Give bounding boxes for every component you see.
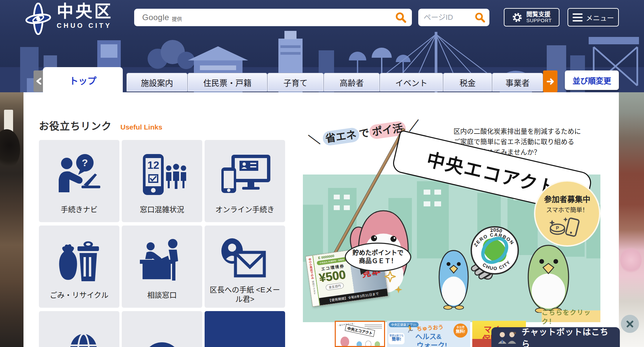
useful-links-header: お役立ちリンク Useful Links bbox=[39, 118, 162, 133]
tab-label: 事業者 bbox=[505, 77, 530, 88]
card-counter-congestion[interactable]: 12 窓口混雑状況 bbox=[122, 140, 202, 222]
easy-prefix: 登録は誰でも bbox=[389, 334, 404, 337]
page-id-search bbox=[418, 9, 489, 26]
tab-label: 住民票・戸籍 bbox=[203, 77, 252, 88]
points-speech-bubble: 貯めたポイントで 商品ＧＥＴ！ bbox=[345, 243, 411, 271]
tagline-open: ＼ bbox=[308, 133, 321, 147]
menu-button[interactable]: メニュー bbox=[568, 8, 619, 27]
tab-seniors[interactable]: 高齢者 bbox=[324, 73, 379, 91]
card-label: 窓口混雑状況 bbox=[122, 205, 202, 215]
click-here-label[interactable]: こちらをクリック！ bbox=[542, 310, 600, 322]
site-title: 中央区 bbox=[57, 3, 113, 20]
carousel-item-eco-act[interactable]: ＼省エネでポイ活／ 中央エコアクト bbox=[335, 321, 385, 347]
tab-top[interactable]: トップ bbox=[43, 67, 123, 93]
page-id-search-icon[interactable] bbox=[475, 12, 485, 23]
operators-icon bbox=[497, 331, 518, 344]
disc-icon bbox=[137, 324, 187, 347]
card-mail-to-mayor[interactable]: 区長への手紙 <Eメール君> bbox=[205, 226, 285, 308]
site-header: 中央区 CHUO CITY Google 提供 bbox=[0, 0, 644, 92]
chatbot-button[interactable]: チャットボットはこちら bbox=[491, 327, 620, 347]
bubble-line2: 商品ＧＥＴ！ bbox=[359, 257, 397, 265]
menu-label: メニュー bbox=[586, 12, 614, 22]
free-prefix: 参加費 bbox=[457, 326, 465, 329]
left-background-photo bbox=[0, 92, 23, 347]
world-globe-icon bbox=[54, 324, 104, 347]
card-label: 区長への手紙 <Eメール君> bbox=[205, 285, 285, 304]
click-here-text: こちらをクリック！ bbox=[542, 307, 600, 326]
tab-events[interactable]: イベント bbox=[380, 73, 443, 91]
search-icon[interactable] bbox=[395, 12, 407, 23]
card-partial-navy[interactable] bbox=[205, 311, 285, 347]
chatbot-label: チャットボットはこちら bbox=[522, 325, 614, 347]
tabs-prev-arrow[interactable] bbox=[34, 70, 44, 92]
recruiting-badge: 参加者募集中 スマホで簡単！ P bbox=[534, 180, 600, 247]
tagline-energy: 省エネ bbox=[322, 127, 360, 146]
tab-label: 税金 bbox=[460, 77, 476, 88]
card-label: ごみ・リサイクル bbox=[39, 291, 119, 300]
description-line: 区内の二酸化炭素排出量を削減するために bbox=[453, 127, 581, 137]
gear-icon bbox=[512, 12, 523, 23]
left-arrow-icon bbox=[36, 78, 41, 85]
carousel-item-health-walk[interactable]: 中央区健康アプリ! 🏃 ちゅうおう ヘルス& ウォーク! 参加費無料! 登録は誰… bbox=[387, 321, 470, 347]
support-label-en: SUPPORT bbox=[526, 18, 552, 23]
search-provider-suffix: 提供 bbox=[172, 15, 182, 22]
tab-label: イベント bbox=[395, 77, 428, 88]
page-root: 中央区 CHUO CITY Google 提供 bbox=[0, 0, 644, 347]
card-partial-disc[interactable] bbox=[122, 311, 202, 347]
tab-label: 子育て bbox=[283, 77, 308, 88]
accessibility-support-button[interactable]: 閲覧支援 SUPPORT bbox=[504, 8, 559, 27]
sort-order-label: 並び順変更 bbox=[573, 75, 611, 86]
page-id-input[interactable] bbox=[424, 13, 464, 22]
site-search-input[interactable]: Google 提供 bbox=[134, 9, 412, 26]
hamburger-icon bbox=[573, 13, 583, 21]
runner-icon: 🏃 bbox=[406, 325, 414, 333]
eco-act-campaign-banner[interactable]: ＼ 省エネでポイ活 ／ 区内の二酸化炭素排出量を削減するために ご家庭で簡単に省… bbox=[302, 119, 604, 337]
site-logo[interactable]: 中央区 CHUO CITY bbox=[25, 3, 113, 35]
card-consultation[interactable]: 相談窓口 bbox=[122, 226, 202, 308]
tab-label: 施設案内 bbox=[141, 77, 173, 88]
tab-facilities[interactable]: 施設案内 bbox=[127, 73, 187, 91]
point-coin-phone-icon: P bbox=[549, 216, 586, 237]
free-big: 無料! bbox=[456, 329, 465, 334]
useful-links-title: お役立ちリンク bbox=[39, 118, 112, 133]
svg-text:?: ? bbox=[82, 157, 88, 168]
free-badge: 参加費無料! bbox=[453, 324, 468, 338]
search-provider-label: Google bbox=[142, 13, 169, 22]
tab-label: トップ bbox=[69, 74, 97, 87]
tagline-close: ／ bbox=[408, 119, 421, 133]
card-partial-globe[interactable] bbox=[39, 311, 119, 347]
support-label-jp: 閲覧支援 bbox=[526, 11, 552, 18]
health-title-main2: ウォーク! bbox=[417, 340, 447, 347]
zero-carbon-lightbulb-logo: 2050 ZERO CARBON CHUO CITY bbox=[468, 225, 520, 297]
card-online-procedure[interactable]: オンライン手続き bbox=[205, 140, 285, 222]
tabs-next-arrow[interactable] bbox=[543, 70, 557, 92]
easy-big: 簡単! bbox=[392, 337, 401, 342]
tagline-mid: で bbox=[358, 127, 370, 140]
useful-links-grid: ? 手続きナビ 12 bbox=[39, 140, 288, 347]
garbage-recycle-icon bbox=[54, 238, 104, 283]
online-procedure-icon bbox=[218, 153, 272, 196]
right-arrow-icon bbox=[547, 78, 554, 85]
right-background-photo bbox=[619, 92, 644, 347]
tab-childcare[interactable]: 子育て bbox=[268, 73, 323, 91]
sort-order-button[interactable]: 並び順変更 bbox=[565, 70, 619, 90]
description-line: ご家庭で簡単に省エネ活動に取り組める bbox=[453, 137, 581, 147]
tab-resident-registry[interactable]: 住民票・戸籍 bbox=[188, 73, 267, 91]
card-procedure-navi[interactable]: ? 手続きナビ bbox=[39, 140, 119, 222]
svg-text:12: 12 bbox=[147, 159, 159, 171]
card-label: 手続きナビ bbox=[39, 205, 119, 215]
useful-links-subtitle: Useful Links bbox=[120, 123, 162, 131]
badge-line2: スマホで簡単！ bbox=[535, 205, 599, 214]
chatbot-close-button[interactable] bbox=[621, 315, 639, 333]
tab-business[interactable]: 事業者 bbox=[492, 73, 543, 91]
coin-p-label: P bbox=[556, 225, 559, 231]
green-penguin-mascot bbox=[522, 241, 575, 313]
site-title-en: CHUO CITY bbox=[57, 22, 113, 30]
card-garbage-recycle[interactable]: ごみ・リサイクル bbox=[39, 226, 119, 308]
card-label: 相談窓口 bbox=[122, 291, 202, 300]
tab-tax[interactable]: 税金 bbox=[443, 73, 492, 91]
sparkle-icon bbox=[384, 271, 396, 282]
counter-congestion-icon: 12 bbox=[137, 153, 187, 196]
mail-to-mayor-icon bbox=[218, 238, 272, 281]
photo-shadow bbox=[0, 129, 20, 169]
